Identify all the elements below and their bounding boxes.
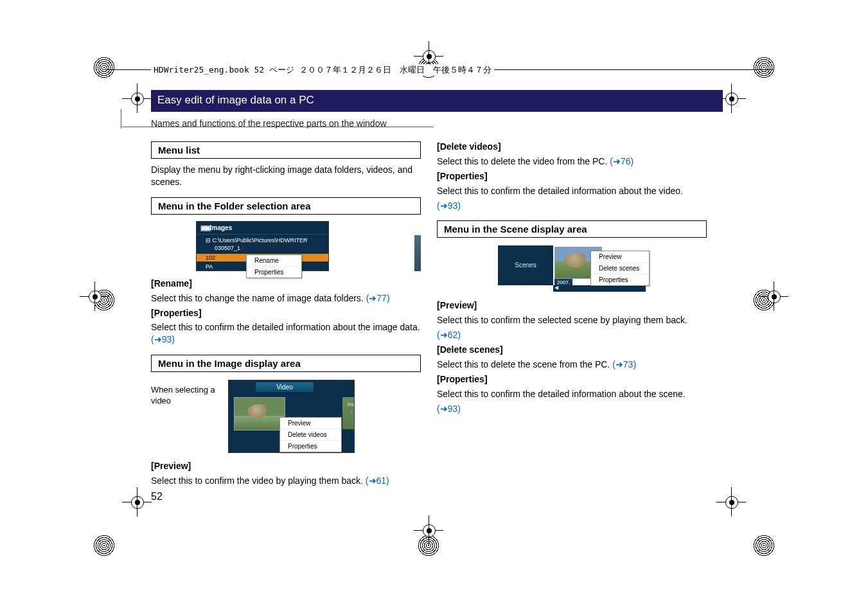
- link-ref-77[interactable]: (➜77): [366, 293, 390, 303]
- video-side-labels: Re P: [345, 401, 354, 416]
- figure-image-display: When selecting a video Video Re P Previe…: [151, 380, 421, 454]
- context-menu-video: Preview Delete videos Properties: [279, 417, 342, 452]
- tree-expand-icon: ⊟: [206, 237, 213, 244]
- link-ref-73[interactable]: (➜73): [612, 359, 636, 369]
- section-scene-area: Menu in the Scene display area: [437, 220, 707, 238]
- text-properties-body: Select this to confirm the detailed info…: [151, 322, 420, 332]
- section-image-area: Menu in the Image display area: [151, 355, 421, 372]
- heading-properties-video: [Properties]: [437, 170, 707, 182]
- context-menu-scene: Preview Delete scenes Properties: [590, 251, 650, 286]
- folder-hl-1: 102: [206, 254, 215, 261]
- ctx-properties[interactable]: Properties: [247, 267, 301, 278]
- text-preview: Select this to confirm the video by play…: [151, 475, 421, 487]
- ctx-rename[interactable]: Rename: [247, 255, 301, 267]
- scenes-label: Scenes: [498, 245, 553, 285]
- link-ref-93c[interactable]: (➜93): [437, 404, 461, 414]
- page-subtitle: Names and functions of the respective pa…: [151, 118, 387, 129]
- link-ref-62[interactable]: (➜62): [437, 330, 461, 340]
- crop-mark-icon: [753, 535, 775, 556]
- text-properties-scene: Select this to confirm the detailed info…: [437, 388, 707, 400]
- folder-path: C:\Users\Public\Pictures\HDWRITER: [213, 237, 308, 244]
- text-properties-scene-body: Select this to confirm the detailed info…: [437, 389, 686, 399]
- print-header: HDWriter25_eng.book 52 ページ ２００７年１２月２６日 水…: [151, 64, 494, 76]
- menu-list-desc: Display the menu by right-clicking image…: [151, 164, 421, 188]
- text-preview-body: Select this to confirm the video by play…: [151, 475, 366, 486]
- link-ref-76[interactable]: (➜76): [610, 156, 633, 166]
- scrollbar[interactable]: [414, 235, 421, 271]
- text-delete-videos: Select this to delete the video from the…: [437, 155, 707, 168]
- chapter-banner: Easy edit of image data on a PC: [151, 90, 723, 112]
- text-delete-scenes: Select this to delete the scene from the…: [437, 359, 707, 371]
- side-label: P: [345, 409, 354, 416]
- link-ref-93[interactable]: (➜93): [151, 334, 175, 344]
- folder-hl-2: PA: [206, 263, 213, 270]
- text-preview-scene-body: Select this to confirm the selected scen…: [437, 315, 687, 325]
- ctx-delete-scenes[interactable]: Delete scenes: [591, 263, 649, 274]
- crop-mark-icon: [753, 57, 775, 78]
- heading-delete-videos: [Delete videos]: [437, 141, 707, 153]
- text-properties-video: Select this to confirm the detailed info…: [437, 185, 707, 197]
- subtitle-rule: [121, 109, 121, 129]
- figure-folder-selection: Images ⊟ C:\Users\Public\Pictures\HDWRIT…: [151, 221, 421, 271]
- register-mark-icon: [414, 515, 443, 545]
- heading-properties: [Properties]: [151, 307, 421, 319]
- section-menu-list: Menu list: [151, 141, 421, 159]
- video-tab[interactable]: Video: [256, 382, 314, 392]
- register-mark-icon: [80, 281, 109, 311]
- heading-properties-scene: [Properties]: [437, 373, 707, 386]
- folder-images-header: Images: [197, 222, 328, 235]
- text-delete-videos-body: Select this to delete the video from the…: [437, 156, 610, 166]
- ctx-preview[interactable]: Preview: [280, 418, 341, 429]
- register-mark-icon: [716, 487, 746, 517]
- side-label: Re: [345, 401, 354, 409]
- context-menu-folder: Rename Properties: [246, 254, 302, 278]
- crop-mark-icon: [93, 535, 115, 556]
- scene-scrollbar[interactable]: [553, 285, 646, 292]
- heading-delete-scenes: [Delete scenes]: [437, 344, 707, 356]
- figure-caption: When selecting a video: [151, 385, 222, 407]
- video-thumbnail[interactable]: [234, 397, 285, 431]
- ctx-properties[interactable]: Properties: [280, 441, 341, 452]
- text-properties-video-body: Select this to confirm the detailed info…: [437, 186, 683, 196]
- ctx-properties[interactable]: Properties: [591, 274, 649, 285]
- crop-mark-icon: [93, 57, 115, 78]
- ctx-delete-videos[interactable]: Delete videos: [280, 429, 341, 441]
- register-mark-icon: [759, 281, 788, 311]
- folder-subfolder: 030507_1: [206, 245, 324, 251]
- folder-tree: ⊟ C:\Users\Public\Pictures\HDWRITER 0305…: [197, 235, 328, 253]
- ctx-preview[interactable]: Preview: [591, 251, 649, 263]
- section-folder-area: Menu in the Folder selection area: [151, 197, 421, 215]
- link-ref-61[interactable]: (➜61): [366, 475, 389, 486]
- text-preview-scene: Select this to confirm the selected scen…: [437, 314, 707, 326]
- heading-preview: [Preview]: [151, 460, 421, 472]
- text-delete-scenes-body: Select this to delete the scene from the…: [437, 359, 612, 369]
- figure-scene-display: Scenes 2007. Preview Delete scenes Prope…: [498, 245, 646, 292]
- register-mark-icon: [122, 487, 152, 517]
- heading-rename: [Rename]: [151, 278, 421, 290]
- heading-preview-scene: [Preview]: [437, 299, 707, 312]
- link-ref-93b[interactable]: (➜93): [437, 200, 461, 211]
- text-properties: Select this to confirm the detailed info…: [151, 321, 421, 346]
- text-rename: Select this to change the name of image …: [151, 292, 421, 305]
- register-mark-icon: [122, 84, 152, 113]
- text-rename-body: Select this to change the name of image …: [151, 293, 366, 303]
- page-number: 52: [151, 491, 163, 502]
